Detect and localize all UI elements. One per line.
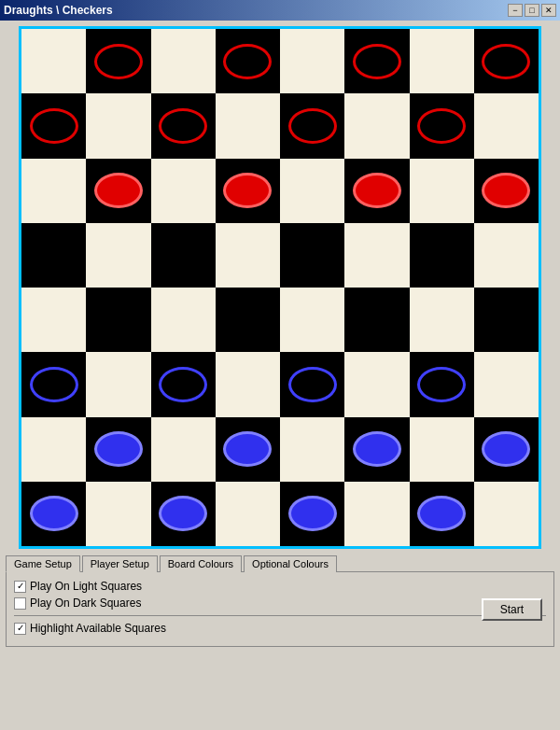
piece-6-5[interactable]	[353, 431, 401, 467]
piece-1-2[interactable]	[159, 108, 207, 144]
piece-2-1[interactable]	[94, 173, 143, 208]
piece-6-1[interactable]	[94, 431, 143, 467]
cell-6-3[interactable]	[216, 417, 280, 482]
piece-2-5[interactable]	[353, 173, 401, 208]
piece-6-3[interactable]	[223, 431, 272, 467]
cell-1-0[interactable]	[21, 93, 86, 158]
cell-3-5[interactable]	[344, 223, 409, 288]
cell-4-0[interactable]	[21, 288, 86, 352]
piece-7-2[interactable]	[159, 496, 207, 531]
play-dark-checkbox-container[interactable]: Play On Dark Squares	[14, 597, 141, 610]
cell-4-4[interactable]	[280, 288, 344, 352]
cell-6-1[interactable]	[86, 417, 150, 482]
cell-7-6[interactable]	[410, 482, 474, 546]
cell-2-1[interactable]	[86, 159, 150, 223]
cell-1-4[interactable]	[280, 93, 344, 158]
tab-game-setup[interactable]: Game Setup	[6, 555, 80, 572]
cell-5-0[interactable]	[21, 352, 86, 416]
cell-0-2[interactable]	[151, 29, 216, 93]
cell-7-2[interactable]	[151, 482, 216, 546]
cell-3-1[interactable]	[86, 223, 150, 288]
cell-4-7[interactable]	[474, 288, 539, 352]
highlight-checkbox[interactable]	[14, 623, 26, 635]
cell-5-5[interactable]	[344, 352, 409, 416]
cell-6-4[interactable]	[280, 417, 344, 482]
piece-7-0[interactable]	[30, 496, 78, 531]
cell-7-4[interactable]	[280, 482, 344, 546]
cell-1-5[interactable]	[344, 93, 409, 158]
cell-6-5[interactable]	[344, 417, 409, 482]
cell-3-6[interactable]	[410, 223, 474, 288]
cell-2-2[interactable]	[151, 159, 216, 223]
piece-5-6[interactable]	[417, 367, 466, 402]
cell-2-3[interactable]	[216, 159, 280, 223]
piece-1-4[interactable]	[288, 108, 337, 144]
cell-4-1[interactable]	[86, 288, 150, 352]
cell-4-5[interactable]	[344, 288, 409, 352]
piece-0-3[interactable]	[223, 44, 272, 79]
tab-player-setup[interactable]: Player Setup	[82, 555, 158, 572]
cell-1-2[interactable]	[151, 93, 216, 158]
cell-7-3[interactable]	[216, 482, 280, 546]
tab-optional-colours[interactable]: Optional Colours	[244, 555, 337, 572]
cell-3-2[interactable]	[151, 223, 216, 288]
cell-2-5[interactable]	[344, 159, 409, 223]
cell-7-0[interactable]	[21, 482, 86, 546]
cell-0-3[interactable]	[216, 29, 280, 93]
cell-5-2[interactable]	[151, 352, 216, 416]
piece-7-4[interactable]	[288, 496, 337, 531]
cell-7-7[interactable]	[474, 482, 539, 546]
cell-1-7[interactable]	[474, 93, 539, 158]
cell-0-7[interactable]	[474, 29, 539, 93]
cell-5-7[interactable]	[474, 352, 539, 416]
piece-1-0[interactable]	[30, 108, 78, 144]
cell-7-1[interactable]	[86, 482, 150, 546]
cell-0-0[interactable]	[21, 29, 86, 93]
cell-5-1[interactable]	[86, 352, 150, 416]
cell-3-4[interactable]	[280, 223, 344, 288]
minimize-button[interactable]: −	[508, 4, 523, 17]
piece-7-6[interactable]	[417, 496, 466, 531]
cell-2-4[interactable]	[280, 159, 344, 223]
cell-3-7[interactable]	[474, 223, 539, 288]
piece-0-1[interactable]	[94, 44, 143, 79]
play-light-checkbox[interactable]	[14, 581, 26, 593]
cell-2-6[interactable]	[410, 159, 474, 223]
cell-4-2[interactable]	[151, 288, 216, 352]
play-light-checkbox-container[interactable]: Play On Light Squares	[14, 580, 142, 593]
cell-1-6[interactable]	[410, 93, 474, 158]
cell-7-5[interactable]	[344, 482, 409, 546]
cell-2-0[interactable]	[21, 159, 86, 223]
cell-6-0[interactable]	[21, 417, 86, 482]
cell-5-4[interactable]	[280, 352, 344, 416]
cell-0-4[interactable]	[280, 29, 344, 93]
tab-board-colours[interactable]: Board Colours	[160, 555, 242, 572]
cell-2-7[interactable]	[474, 159, 539, 223]
highlight-checkbox-container[interactable]: Highlight Available Squares	[14, 622, 166, 635]
cell-1-3[interactable]	[216, 93, 280, 158]
piece-0-7[interactable]	[482, 44, 530, 79]
cell-4-3[interactable]	[216, 288, 280, 352]
piece-5-4[interactable]	[288, 367, 337, 402]
cell-4-6[interactable]	[410, 288, 474, 352]
cell-5-6[interactable]	[410, 352, 474, 416]
cell-0-1[interactable]	[86, 29, 150, 93]
piece-1-6[interactable]	[417, 108, 466, 144]
cell-6-6[interactable]	[410, 417, 474, 482]
cell-3-3[interactable]	[216, 223, 280, 288]
piece-2-3[interactable]	[223, 173, 272, 208]
close-button[interactable]: ✕	[541, 4, 556, 17]
cell-6-2[interactable]	[151, 417, 216, 482]
piece-6-7[interactable]	[482, 431, 530, 467]
cell-1-1[interactable]	[86, 93, 150, 158]
start-button[interactable]: Start	[482, 598, 542, 621]
piece-2-7[interactable]	[482, 173, 530, 208]
cell-5-3[interactable]	[216, 352, 280, 416]
piece-5-2[interactable]	[159, 367, 207, 402]
maximize-button[interactable]: □	[525, 4, 539, 17]
play-dark-checkbox[interactable]	[14, 597, 26, 610]
piece-5-0[interactable]	[30, 367, 78, 402]
cell-0-6[interactable]	[410, 29, 474, 93]
cell-3-0[interactable]	[21, 223, 86, 288]
cell-0-5[interactable]	[344, 29, 409, 93]
